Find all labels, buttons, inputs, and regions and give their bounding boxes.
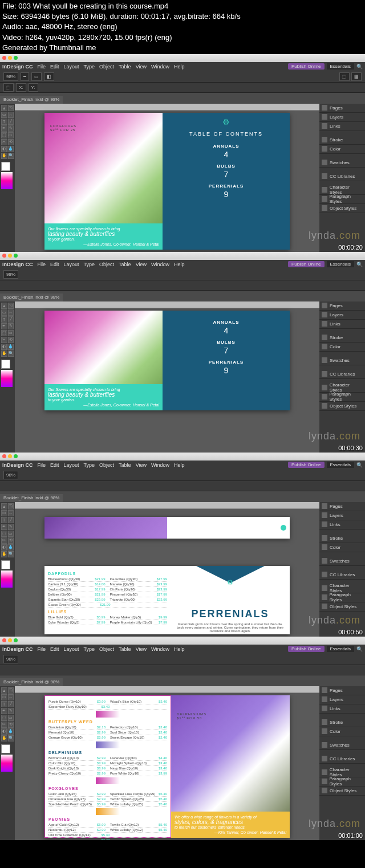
toolbar-control[interactable]: X: bbox=[16, 83, 26, 92]
maximize-icon[interactable] bbox=[14, 254, 18, 258]
pencil-tool[interactable]: ✎ bbox=[8, 125, 14, 132]
rectangle-frame-tool[interactable]: ⬚ bbox=[1, 132, 7, 138]
toolbar-control[interactable]: Y: bbox=[29, 83, 38, 92]
control-panel: 98% ━ ▭ ◧ ⬚ ▦ bbox=[0, 71, 365, 83]
stroke-icon bbox=[322, 137, 327, 142]
menu-view[interactable]: View bbox=[136, 64, 147, 70]
cc-libraries-icon bbox=[322, 173, 327, 179]
product-price: $3⁹⁹ FOR 25 bbox=[50, 128, 76, 132]
toc-title: TABLE OF CONTENTS bbox=[167, 131, 285, 137]
panel-stroke[interactable]: Stroke bbox=[319, 136, 365, 145]
tools-panel: ▲◹ ▭↔ T╱ ✒✎ ⬚▭ ✂⟲ ◐💧 ✋🔍 bbox=[0, 104, 15, 252]
minimize-icon[interactable] bbox=[8, 254, 12, 258]
timestamp: 00:00:20 bbox=[338, 244, 363, 251]
para-styles-icon bbox=[322, 196, 327, 202]
quote-box-2: We offer a wide range of flowers in a va… bbox=[171, 812, 290, 838]
zoom-tool[interactable]: 🔍 bbox=[8, 153, 14, 159]
maximize-icon[interactable] bbox=[14, 56, 18, 60]
price-row: Delibes (Qty30)$21.99Pimpernel (Qty30)$1… bbox=[48, 592, 167, 597]
panel-color[interactable]: Color bbox=[319, 145, 365, 154]
direct-selection-tool[interactable]: ◹ bbox=[8, 105, 14, 111]
price-row: September Ruby (Qty10)$3.40 bbox=[48, 704, 167, 710]
toolbar-control[interactable]: ▭ bbox=[31, 72, 42, 81]
price-row: Ceylon (Qty30)$17.99Oh Paris (Qty30)$23.… bbox=[48, 587, 167, 592]
menu-layout[interactable]: Layout bbox=[64, 64, 79, 70]
toolbar-control[interactable]: ◧ bbox=[44, 72, 54, 81]
hand-tool[interactable]: ✋ bbox=[1, 153, 7, 159]
tools-panel: ▲◹ ▭↔ T╱ ✒✎ ⬚▭ ✂⟲ ◐💧 ✋🔍 bbox=[0, 301, 15, 453]
publish-online-button[interactable]: Publish Online bbox=[288, 63, 325, 70]
price-row: Dark Knight (Qty10)$3.99Navy Blue (Qty10… bbox=[48, 766, 167, 771]
panel-swatches[interactable]: Swatches bbox=[319, 158, 365, 168]
pen-tool[interactable]: ✒ bbox=[1, 125, 7, 132]
page-tool[interactable]: ▭ bbox=[1, 112, 7, 118]
price-row: Purple Dome (Qty10)$3.99Wood's Blue (Qty… bbox=[48, 699, 167, 704]
panel-links[interactable]: Links bbox=[319, 122, 365, 131]
scissors-tool[interactable]: ✂ bbox=[1, 139, 7, 145]
rectangle-tool[interactable]: ▭ bbox=[8, 132, 14, 138]
toolbar-control[interactable]: ▦ bbox=[351, 72, 362, 81]
fill-swatch[interactable] bbox=[1, 162, 10, 171]
menu-file[interactable]: File bbox=[38, 64, 46, 70]
canvas-area[interactable]: FOXGLOVES $3⁹⁹ FOR 25 Our flowers are sp… bbox=[15, 104, 319, 252]
app-title: InDesign CC bbox=[2, 64, 33, 70]
section-lillies: LILLIES bbox=[48, 610, 167, 614]
toolbar-control[interactable]: ⬚ bbox=[339, 72, 350, 81]
panel-cc-libraries[interactable]: CC Libraries bbox=[319, 172, 365, 181]
page-delphiniums: DELPHINIUMS$1⁹⁹ FOR 50 We offer a wide r… bbox=[171, 695, 290, 838]
price-row: Old Time Collection (Qty12)$5.40 bbox=[48, 833, 167, 838]
type-tool[interactable]: T bbox=[1, 119, 7, 125]
zoom-field[interactable]: 98% bbox=[3, 72, 18, 81]
horizontal-ruler bbox=[15, 104, 319, 111]
quote-box: Our flowers are specially chosen to brin… bbox=[44, 223, 163, 250]
gear-icon: ⚙ bbox=[167, 117, 285, 127]
line-tool[interactable]: ╱ bbox=[8, 119, 14, 125]
panel-para-styles[interactable]: Paragraph Styles bbox=[319, 195, 365, 204]
eyedropper-tool[interactable]: 💧 bbox=[7, 146, 14, 152]
gap-tool[interactable]: ↔ bbox=[8, 112, 14, 118]
links-icon bbox=[322, 123, 327, 129]
toolbar-control[interactable]: ━ bbox=[21, 72, 29, 81]
menu-edit[interactable]: Edit bbox=[50, 64, 59, 70]
gradient-swatch[interactable] bbox=[1, 172, 13, 189]
workspace-switcher[interactable]: Essentials bbox=[327, 63, 354, 70]
panel-layers[interactable]: Layers bbox=[319, 113, 365, 122]
thumbnail-frame-4: InDesign CCFileEditLayoutTypeObjectTable… bbox=[0, 637, 365, 840]
price-row: Ornamental Fire (Qty25)$2.99Terrific Spl… bbox=[48, 797, 167, 802]
price-row: Gigantic Star (Qty30)$23.99Tripartite (Q… bbox=[48, 597, 167, 602]
price-row: Color Jam (Qty25)$3.99Speckled Free Purp… bbox=[48, 792, 167, 797]
price-row: Color Wonder (Qty5)$7.99Purple Mountain … bbox=[48, 620, 167, 625]
price-row: Speckled Hot Peach (Qty25)$5.99White Lul… bbox=[48, 802, 167, 807]
options-bar: ⬚ X: Y: bbox=[0, 83, 365, 93]
panel-obj-styles[interactable]: Object Styles bbox=[319, 204, 365, 213]
page-perrenials-title: ⚙ PERRENIALS Perennials grow and bloom o… bbox=[171, 566, 290, 634]
gear-icon: ⚙ bbox=[171, 578, 290, 586]
page-right-toc: ⚙ TABLE OF CONTENTS ANNUALS4 BULBS7 PERR… bbox=[163, 113, 290, 250]
price-row: Blue Gold (Qty5)$5.99Money Maker (Qty5)$… bbox=[48, 615, 167, 620]
layers-icon bbox=[322, 114, 327, 120]
price-row: Color Mix (Qty10)$3.99Midnight Splash (Q… bbox=[48, 761, 167, 766]
selection-tool[interactable]: ▲ bbox=[1, 105, 7, 111]
document-tab[interactable]: Booklet_Finish.indd @ 98% bbox=[0, 96, 63, 104]
thumbnail-frame-3: InDesign CCFileEditLayoutTypeObjectTable… bbox=[0, 453, 365, 637]
close-icon[interactable] bbox=[2, 56, 6, 60]
char-styles-icon bbox=[322, 187, 327, 193]
menu-table[interactable]: Table bbox=[119, 64, 131, 70]
page-price-list: DAFFODILS Blackenhurst (Qty30)$21.99Ice … bbox=[44, 566, 171, 634]
search-icon[interactable]: 🔍 bbox=[356, 64, 363, 70]
close-icon[interactable] bbox=[2, 254, 6, 258]
menu-help[interactable]: Help bbox=[174, 64, 185, 70]
gradient-tool[interactable]: ◐ bbox=[1, 146, 7, 152]
price-row: Carlton (3.1 (Qty30)$14.00Marieke (Qty30… bbox=[48, 582, 167, 587]
page-price-list-2: Purple Dome (Qty10)$3.99Wood's Blue (Qty… bbox=[44, 695, 171, 838]
minimize-icon[interactable] bbox=[8, 56, 12, 60]
menu-object[interactable]: Object bbox=[99, 64, 114, 70]
menu-window[interactable]: Window bbox=[151, 64, 169, 70]
toolbar-control[interactable]: ⬚ bbox=[3, 83, 14, 92]
menu-type[interactable]: Type bbox=[84, 64, 95, 70]
price-row: Nosferatu (Qty12)$3.99White Lullaby (Qty… bbox=[48, 828, 167, 833]
price-row: Blizzard Hill (Qty10)$2.99Lavender (Qty1… bbox=[48, 756, 167, 761]
panel-pages[interactable]: Pages bbox=[319, 104, 365, 113]
free-transform-tool[interactable]: ⟲ bbox=[8, 139, 14, 145]
price-row: Age of Gold (Qty12)$5.99Terrific Cut (Qt… bbox=[48, 822, 167, 828]
